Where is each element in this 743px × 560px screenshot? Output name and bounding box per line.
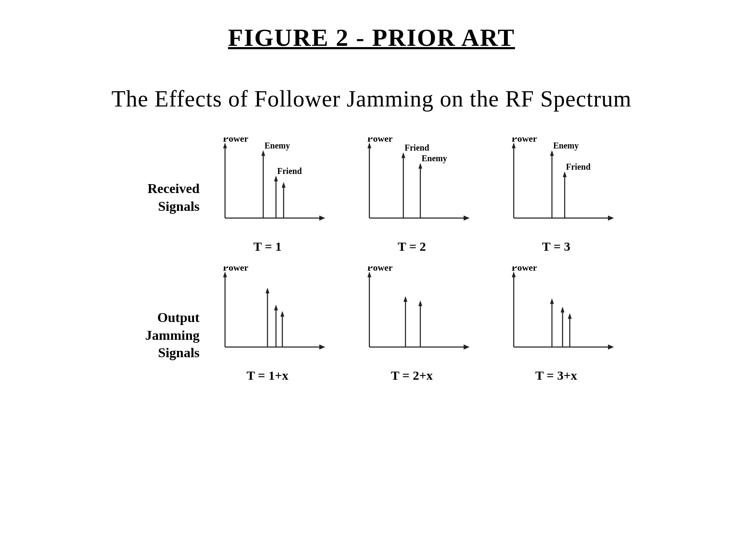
svg-text:Power: Power <box>367 266 393 273</box>
diagram-cell: PowerFreqT = 2+x <box>352 266 471 383</box>
page-title: FIGURE 2 - PRIOR ART <box>228 23 515 52</box>
svg-text:Power: Power <box>512 266 537 273</box>
diagram-cell: PowerFreqT = 3+x <box>497 266 616 383</box>
row2: Output Jamming Signals PowerFreqT = 1+xP… <box>0 266 743 383</box>
row2-label: Output Jamming Signals <box>127 266 208 362</box>
svg-text:Power: Power <box>512 137 537 144</box>
diagram-cell: PowerFreqEnemyFriendT = 1 <box>208 137 327 254</box>
row1: Received Signals PowerFreqEnemyFriendT =… <box>0 137 743 254</box>
svg-text:Power: Power <box>223 266 248 273</box>
row1-diagrams: PowerFreqEnemyFriendT = 1PowerFreqFriend… <box>208 137 616 254</box>
svg-text:Power: Power <box>367 137 393 144</box>
svg-text:Friend: Friend <box>566 162 591 171</box>
row2-label-line2: Jamming <box>145 327 200 344</box>
svg-text:Power: Power <box>223 137 248 144</box>
page: FIGURE 2 - PRIOR ART The Effects of Foll… <box>0 0 743 560</box>
row1-label: Received Signals <box>127 137 208 215</box>
diagram-cell: PowerFreqT = 1+x <box>208 266 327 383</box>
time-label: T = 3+x <box>535 368 577 383</box>
svg-text:Enemy: Enemy <box>553 141 579 151</box>
svg-text:Enemy: Enemy <box>265 141 290 151</box>
row1-label-line2: Signals <box>158 198 200 216</box>
diagram-cell: PowerFreqFriendEnemyT = 2 <box>352 137 471 254</box>
time-label: T = 2+x <box>391 368 433 383</box>
time-label: T = 3 <box>542 239 571 254</box>
row2-label-line3: Signals <box>158 344 200 362</box>
svg-text:Enemy: Enemy <box>422 154 447 163</box>
row2-diagrams: PowerFreqT = 1+xPowerFreqT = 2+xPowerFre… <box>208 266 616 383</box>
svg-text:Friend: Friend <box>277 166 302 176</box>
time-label: T = 1+x <box>247 368 289 383</box>
diagram-cell: PowerFreqEnemyFriendT = 3 <box>497 137 616 254</box>
subtitle: The Effects of Follower Jamming on the R… <box>112 86 632 112</box>
row2-label-line1: Output <box>157 309 200 327</box>
time-label: T = 1 <box>253 239 282 254</box>
svg-text:Friend: Friend <box>405 143 429 152</box>
time-label: T = 2 <box>398 239 426 254</box>
row1-label-line1: Received <box>147 180 200 198</box>
diagrams-container: Received Signals PowerFreqEnemyFriendT =… <box>0 137 743 395</box>
